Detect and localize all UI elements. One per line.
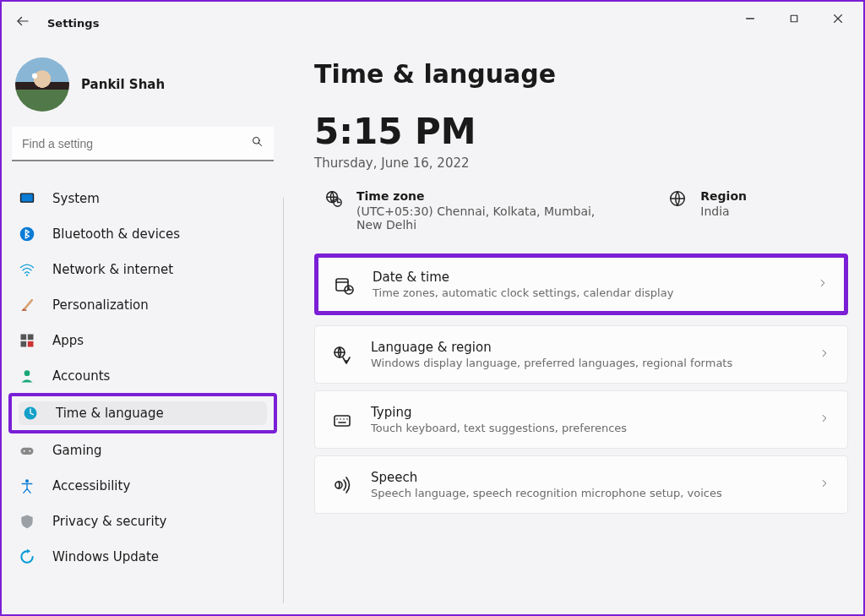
card-language-region[interactable]: Language & region Windows display langua… (314, 325, 848, 384)
sidebar-item-windows-update[interactable]: Windows Update (8, 540, 277, 574)
language-icon (332, 345, 352, 365)
accessibility-icon (19, 477, 35, 494)
keyboard-icon (332, 410, 352, 430)
minimize-button[interactable] (740, 8, 760, 29)
svg-rect-1 (791, 15, 797, 22)
chevron-right-icon (819, 346, 830, 363)
card-sub: Touch keyboard, text suggestions, prefer… (371, 422, 800, 434)
gamepad-icon (19, 442, 35, 459)
close-button[interactable] (828, 8, 848, 29)
calendar-clock-icon (334, 275, 354, 295)
bluetooth-icon (19, 226, 35, 243)
wifi-icon (19, 261, 35, 278)
highlight-sidebar: Time & language (8, 393, 277, 433)
svg-point-19 (24, 450, 25, 452)
card-sub: Time zones, automatic clock settings, ca… (373, 286, 798, 299)
clock-globe-icon (22, 405, 39, 422)
sidebar-item-personalization[interactable]: Personalization (8, 288, 277, 322)
sidebar-item-label: Personalization (52, 297, 149, 313)
card-title: Typing (371, 405, 800, 420)
svg-point-20 (29, 450, 30, 452)
sidebar-item-bluetooth[interactable]: Bluetooth & devices (8, 217, 277, 251)
user-block[interactable]: Pankil Shah (8, 54, 277, 127)
card-speech[interactable]: Speech Speech language, speech recogniti… (314, 455, 848, 514)
sidebar-item-label: Network & internet (52, 262, 173, 277)
window-controls (740, 2, 863, 29)
info-row: Time zone (UTC+05:30) Chennai, Kolkata, … (324, 189, 848, 232)
apps-icon (19, 332, 35, 349)
svg-rect-18 (21, 448, 34, 455)
date-display: Thursday, June 16, 2022 (314, 155, 848, 171)
svg-line-11 (25, 300, 32, 308)
brush-icon (19, 297, 35, 313)
region-info: Region India (668, 189, 747, 232)
card-typing[interactable]: Typing Touch keyboard, text suggestions,… (314, 390, 848, 449)
timezone-value: (UTC+05:30) Chennai, Kolkata, Mumbai, Ne… (356, 204, 617, 232)
sidebar-item-label: Bluetooth & devices (52, 226, 180, 242)
svg-point-16 (24, 370, 30, 376)
main-panel: Time & language 5:15 PM Thursday, June 1… (314, 59, 848, 521)
sidebar-item-network[interactable]: Network & internet (8, 253, 277, 286)
svg-rect-12 (21, 335, 27, 341)
timezone-info: Time zone (UTC+05:30) Chennai, Kolkata, … (324, 189, 617, 232)
maximize-button[interactable] (784, 8, 804, 29)
avatar (15, 57, 69, 112)
highlight-card-date-time: Date & time Time zones, automatic clock … (314, 253, 848, 315)
svg-point-10 (26, 275, 28, 276)
card-date-time[interactable]: Date & time Time zones, automatic clock … (318, 258, 844, 311)
page-title: Time & language (314, 59, 848, 89)
region-label: Region (700, 189, 747, 203)
sidebar-item-label: Accessibility (52, 478, 130, 493)
svg-line-6 (258, 143, 261, 145)
sidebar-item-label: Privacy & security (52, 514, 166, 529)
vertical-divider (283, 198, 284, 603)
user-name: Pankil Shah (81, 77, 165, 92)
card-sub: Windows display language, preferred lang… (371, 357, 800, 369)
sidebar-item-label: Accounts (52, 368, 110, 384)
timezone-label: Time zone (356, 189, 617, 203)
sidebar-item-label: Gaming (52, 443, 102, 458)
person-icon (19, 368, 35, 384)
region-value: India (700, 204, 747, 218)
sidebar-item-privacy[interactable]: Privacy & security (8, 504, 277, 538)
sidebar-item-system[interactable]: System (8, 182, 277, 215)
search-box[interactable] (12, 127, 274, 161)
svg-rect-15 (28, 341, 34, 347)
sidebar-item-time-language[interactable]: Time & language (19, 401, 267, 425)
display-icon (19, 190, 35, 207)
card-title: Language & region (371, 340, 800, 355)
search-icon (251, 135, 264, 151)
chevron-right-icon (819, 412, 830, 428)
svg-rect-25 (336, 279, 348, 291)
clock-display: 5:15 PM (314, 111, 848, 152)
sidebar-item-accessibility[interactable]: Accessibility (8, 469, 277, 503)
chevron-right-icon (817, 276, 829, 292)
search-input[interactable] (22, 137, 251, 150)
svg-rect-7 (21, 194, 34, 202)
svg-rect-13 (28, 335, 34, 341)
sidebar-nav: System Bluetooth & devices Network & int… (8, 182, 277, 574)
sidebar-item-label: Time & language (56, 406, 164, 421)
card-title: Speech (371, 470, 800, 485)
speech-icon (332, 475, 352, 495)
sidebar-item-gaming[interactable]: Gaming (8, 433, 277, 467)
app-header: Settings (15, 14, 99, 32)
app-title: Settings (47, 17, 99, 30)
chevron-right-icon (819, 477, 830, 493)
svg-point-21 (25, 479, 29, 482)
sidebar-item-apps[interactable]: Apps (8, 324, 277, 357)
timezone-icon (324, 189, 343, 208)
shield-icon (19, 513, 35, 530)
sidebar-item-label: System (52, 191, 100, 206)
card-title: Date & time (373, 270, 798, 285)
sidebar-item-label: Windows Update (52, 549, 159, 564)
card-sub: Speech language, speech recognition micr… (371, 487, 800, 499)
globe-icon (668, 189, 687, 208)
svg-rect-14 (21, 341, 27, 347)
update-icon (19, 548, 35, 565)
sidebar-item-label: Apps (52, 333, 84, 348)
svg-rect-29 (335, 416, 350, 426)
back-button[interactable] (15, 14, 30, 32)
svg-point-9 (20, 227, 35, 242)
sidebar-item-accounts[interactable]: Accounts (8, 359, 277, 393)
